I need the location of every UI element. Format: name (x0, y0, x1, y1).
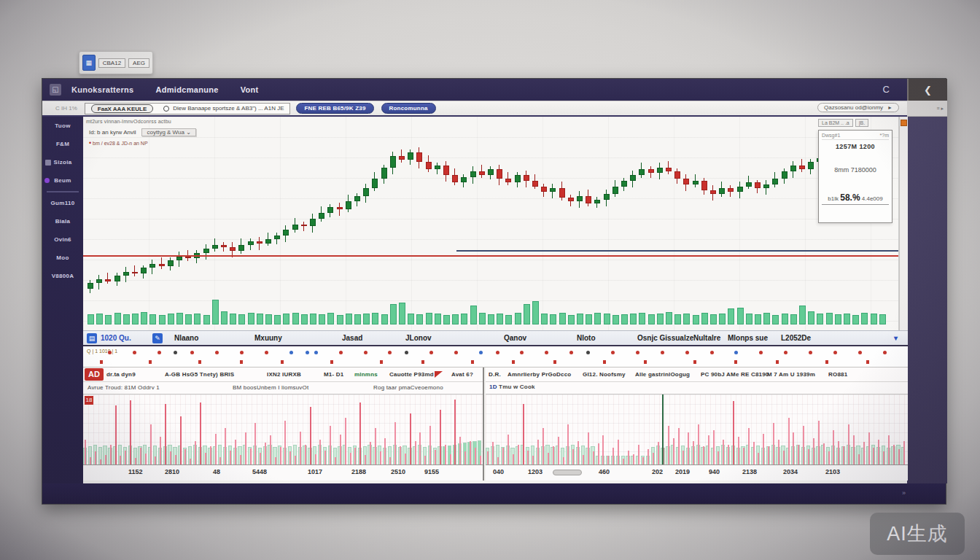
activity-spike-bar (120, 456, 121, 465)
activity-spike-bar (210, 446, 211, 465)
volume-bar (871, 314, 877, 324)
panel-header-item[interactable]: RO881 (828, 371, 847, 378)
panel-header-item[interactable]: Amnrlierby PrGoDcco (508, 371, 571, 378)
infobox-mini-toolbar[interactable]: La B2M .. .a |B. (818, 118, 892, 128)
activity-spike-bar (642, 457, 644, 465)
chart-scrollbar[interactable] (899, 117, 908, 330)
panel-header-item[interactable]: IXN2 IURXB (267, 371, 301, 378)
activity-spike-bar (140, 448, 141, 465)
activity-spike-bar (225, 428, 226, 465)
activity-spike-bar (658, 442, 659, 465)
activity-spike-bar (668, 426, 669, 465)
menu-item-admidcmanune[interactable]: Admidcmanune (156, 85, 219, 94)
tab-nloto[interactable]: Nloto (577, 334, 596, 342)
menubar-right-glyph[interactable]: C (883, 84, 890, 95)
right-column-toolbar[interactable]: ≡ ▸ (907, 101, 947, 117)
tab-l2052de[interactable]: L2052De (781, 334, 811, 342)
panel-header-item[interactable]: GI12. Noofsmy (583, 371, 626, 378)
statusbar-glyph[interactable]: » (902, 489, 906, 497)
app-tile-icon[interactable]: ▦ (82, 55, 96, 71)
left-activity-chart[interactable]: 18 (83, 394, 483, 465)
infobox-chip-2[interactable]: |B. (855, 119, 868, 127)
activity-spike-bar (410, 413, 411, 465)
panel-header-item[interactable]: M 7 Am U 1939m (767, 371, 815, 378)
sidebar-item-tuow[interactable]: Tuow (42, 117, 83, 135)
panel-header-item[interactable]: Cauotte P93md (389, 371, 434, 378)
volume-bar (141, 312, 147, 324)
infobox-chip-1[interactable]: La B2M .. .a (818, 119, 853, 127)
activity-spike-bar (105, 455, 106, 465)
menu-item-vont[interactable]: Vont (241, 85, 259, 94)
secondary-action-button[interactable]: Roncomunna (381, 103, 436, 114)
tab-qanov[interactable]: Qanov (504, 334, 526, 342)
candlestick-chart-panel[interactable]: mt2urs vinnan-ImnvOdconrss actbu Id: b a… (83, 117, 899, 330)
app-icon[interactable]: ◱ (50, 84, 61, 96)
activity-spike-bar (170, 451, 171, 465)
tab-osnjcgissualze[interactable]: Osnjc Gissualze (637, 334, 693, 342)
volume-bar (550, 314, 556, 324)
tab-mxuuny[interactable]: Mxuuny (254, 334, 282, 342)
activity-spike-bar (773, 423, 774, 465)
tab-bar-icon-0[interactable]: ▤ (87, 333, 97, 343)
tab-1020qu[interactable]: 1020 Qu. (101, 334, 131, 342)
toolbar-right-pill[interactable]: Qazsosanu od@ionmy ► (817, 103, 899, 112)
panel-header-item[interactable]: dr.ta dyn9 (106, 371, 136, 378)
axis-scroll-handle[interactable] (553, 470, 582, 475)
sidebar-item-moo[interactable]: Moo (42, 249, 83, 267)
floating-mini-toolbar[interactable]: ▦ CBA12 AEG (79, 51, 153, 74)
tab-jlonov[interactable]: JLonov (405, 334, 432, 342)
activity-spike-bar (190, 459, 191, 465)
sidebar-item-v8800a[interactable]: V8800A (42, 267, 83, 285)
activity-spike-bar (798, 445, 799, 465)
panel-header-item[interactable]: M1- D1 (324, 371, 343, 378)
activity-spike-bar (898, 449, 900, 465)
sidebar-item-biala[interactable]: Biala (42, 212, 83, 230)
activity-spike-bar (394, 422, 396, 465)
primary-action-button[interactable]: FNE REB B65/9K Z39 (296, 103, 373, 114)
activity-spike-bar (558, 437, 559, 465)
panel-header-item[interactable]: BM boosUnbem I liomsuvOt (233, 384, 308, 391)
activity-spike-bar (572, 449, 574, 465)
sidebar-divider (47, 191, 79, 192)
sidebar-item-gum110[interactable]: Gum110 (42, 194, 83, 212)
marker-tick (240, 360, 243, 364)
tab-bar-icon-1[interactable]: ✎ (152, 333, 163, 343)
tab-nlaano[interactable]: Nlaano (174, 334, 198, 342)
activity-spike-bar (130, 400, 131, 465)
tab-jasad[interactable]: Jasad (342, 334, 362, 342)
activity-spike-bar (588, 432, 589, 465)
sidebar-item-sizoia[interactable]: Sizoia (42, 153, 83, 171)
volume-bar (746, 314, 752, 324)
panel-header-item[interactable]: Rog taar pmaCveoemono (373, 384, 443, 391)
tab-nultalre[interactable]: Nultalre (693, 334, 720, 342)
panel-header-item[interactable]: Avrue Troud: 81M Oddrv 1 (88, 384, 160, 391)
play-icon[interactable]: ► (887, 105, 892, 110)
volume-bar (105, 315, 112, 324)
volume-bar (381, 314, 388, 324)
event-marker-strip[interactable]: Q | 1 1010 | 1 (83, 346, 908, 368)
tab-mlonpssue[interactable]: Mlonps sue (728, 334, 768, 342)
panel-header-item[interactable]: Avat 6? (451, 371, 473, 378)
activity-spike-bar (723, 440, 724, 465)
symbol-button[interactable]: FaaX AAA KEULE (91, 104, 153, 113)
sidebar-item-ovin6[interactable]: Ovin6 (42, 230, 83, 249)
axis-tick-label: 2188 (351, 468, 366, 475)
activity-spike-bar (903, 441, 905, 466)
tab-[interactable]: ▾ (894, 334, 898, 342)
radio-icon[interactable] (163, 106, 169, 112)
panel-header-item[interactable]: PC 90bJ AMe RE C8190 (701, 371, 769, 378)
scrollbar-marker-icon[interactable] (901, 120, 907, 126)
activity-spike-bar (150, 424, 152, 465)
panel-header-item[interactable]: A-GB HsG5 Tnety) BRIS (165, 371, 234, 378)
right-activity-chart[interactable] (486, 394, 908, 465)
sidebar-item-fm[interactable]: F&M (42, 135, 83, 153)
sidebar-item-beum[interactable]: Beum (42, 171, 83, 190)
menu-item-kunoksratterns[interactable]: Kunoksratterns (71, 85, 134, 94)
panel-header-item[interactable]: mlnmns (354, 371, 378, 378)
volume-bar (96, 314, 103, 324)
collapse-panel-button[interactable]: ❮ (907, 79, 947, 101)
axis-tick-label: 460 (599, 468, 610, 475)
panel-header-item[interactable]: D.R. (489, 371, 501, 378)
axis-tick-label: 040 (493, 468, 504, 475)
panel-header-item[interactable]: Alle gastrinlOogug (635, 371, 690, 378)
